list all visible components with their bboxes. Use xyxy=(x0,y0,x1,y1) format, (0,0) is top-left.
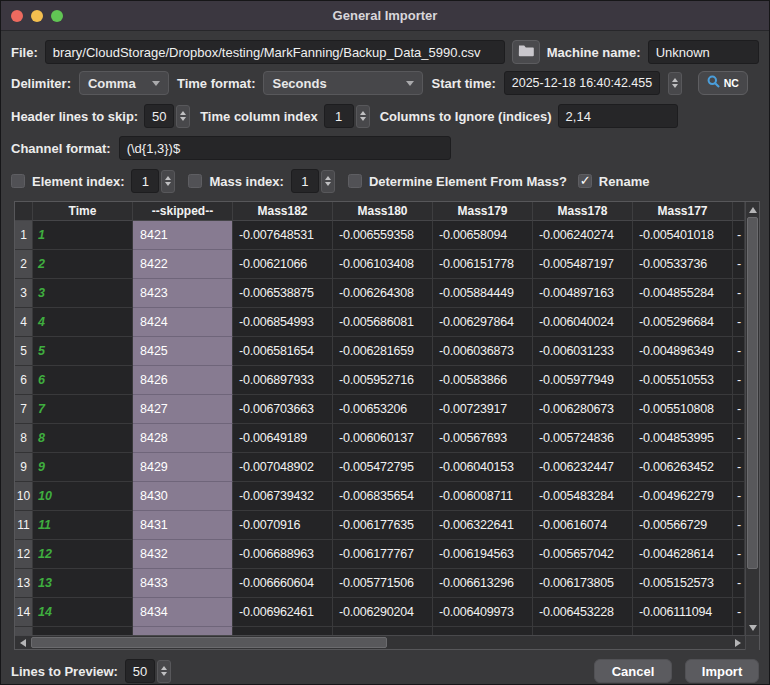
element-index-input[interactable]: 1 xyxy=(131,169,159,193)
close-window-button[interactable] xyxy=(11,10,23,22)
time-cell[interactable]: 6 xyxy=(33,366,133,395)
cancel-button[interactable]: Cancel xyxy=(594,659,672,683)
value-cell[interactable]: -0.005483284 xyxy=(533,482,633,511)
skipped-cell[interactable]: 8428 xyxy=(133,424,233,453)
value-cell[interactable]: -0.006232447 xyxy=(533,453,633,482)
channel-format-input[interactable]: (\d{1,3})$ xyxy=(119,136,451,160)
table-row[interactable]: 998429-0.007048902-0.005472795-0.0060401… xyxy=(15,453,745,482)
column-header-mass180[interactable]: Mass180 xyxy=(333,202,433,221)
header-lines-input[interactable]: 50 xyxy=(144,104,174,128)
value-cell[interactable]: -0.006173805 xyxy=(533,569,633,598)
value-cell[interactable]: -0.004896349 xyxy=(633,337,733,366)
column-header-mass177[interactable]: Mass177 xyxy=(633,202,733,221)
value-cell[interactable]: -0.005771506 xyxy=(333,569,433,598)
value-cell[interactable]: -0.006613296 xyxy=(433,569,533,598)
table-row[interactable]: 228422-0.00621066-0.006103408-0.00615177… xyxy=(15,250,745,279)
value-cell[interactable]: -0.006194563 xyxy=(433,540,533,569)
skipped-cell[interactable]: 8423 xyxy=(133,279,233,308)
row-number-cell[interactable]: 2 xyxy=(15,250,33,279)
value-cell[interactable]: -0.005296684 xyxy=(633,308,733,337)
import-button[interactable]: Import xyxy=(685,659,759,683)
ignore-columns-input[interactable]: 2,14 xyxy=(558,104,678,128)
value-cell[interactable]: -0.006854993 xyxy=(233,308,333,337)
row-number-cell[interactable]: 6 xyxy=(15,366,33,395)
machine-name-input[interactable]: Unknown xyxy=(648,40,759,64)
value-cell[interactable]: -0.006409973 xyxy=(433,598,533,627)
value-cell[interactable]: -0.005487197 xyxy=(533,250,633,279)
value-cell[interactable]: -0.006703663 xyxy=(233,395,333,424)
value-cell[interactable]: -0.006280673 xyxy=(533,395,633,424)
value-cell[interactable]: -0.006281659 xyxy=(333,337,433,366)
table-row[interactable]: 558425-0.006581654-0.006281659-0.0060368… xyxy=(15,337,745,366)
table-row[interactable]: 778427-0.006703663-0.00653206-0.00723917… xyxy=(15,395,745,424)
value-cell[interactable]: -0.005152573 xyxy=(633,569,733,598)
skipped-cell[interactable]: 8425 xyxy=(133,337,233,366)
value-cell[interactable]: -0.004897163 xyxy=(533,279,633,308)
value-cell[interactable]: -0.00723917 xyxy=(433,395,533,424)
table-row[interactable]: 13138433-0.006660604-0.005771506-0.00661… xyxy=(15,569,745,598)
vertical-scroll-track[interactable] xyxy=(746,217,759,620)
column-header-mass178[interactable]: Mass178 xyxy=(533,202,633,221)
value-cell[interactable]: -0.005686081 xyxy=(333,308,433,337)
table-row[interactable]: 888428-0.00649189-0.006060137-0.00567693… xyxy=(15,424,745,453)
table-row[interactable]: 668426-0.006897933-0.005952716-0.0058386… xyxy=(15,366,745,395)
value-cell[interactable]: -0.0070916 xyxy=(233,511,333,540)
table-row[interactable]: 11118431-0.0070916-0.006177635-0.0063226… xyxy=(15,511,745,540)
element-index-checkbox[interactable] xyxy=(11,174,25,188)
column-header-mass179[interactable]: Mass179 xyxy=(433,202,533,221)
row-number-cell[interactable]: 4 xyxy=(15,308,33,337)
mass-index-input[interactable]: 1 xyxy=(291,169,319,193)
value-cell[interactable]: -0.004853995 xyxy=(633,424,733,453)
value-cell[interactable]: -0.00566729 xyxy=(633,511,733,540)
time-cell[interactable]: 2 xyxy=(33,250,133,279)
value-cell[interactable]: -0.006177635 xyxy=(333,511,433,540)
time-cell[interactable]: 1 xyxy=(33,221,133,250)
horizontal-scroll-track[interactable] xyxy=(30,636,730,650)
value-cell[interactable]: -0.005401018 xyxy=(633,221,733,250)
vertical-scroll-thumb[interactable] xyxy=(747,217,758,569)
scroll-down-arrow[interactable] xyxy=(746,620,759,635)
vertical-scrollbar[interactable] xyxy=(745,202,759,635)
value-cell[interactable]: -0.004855284 xyxy=(633,279,733,308)
skipped-cell[interactable]: 8431 xyxy=(133,511,233,540)
mass-index-stepper[interactable] xyxy=(321,170,335,193)
start-time-input[interactable]: 2025-12-18 16:40:42.455 xyxy=(504,71,660,95)
value-cell[interactable]: -0.006297864 xyxy=(433,308,533,337)
table-row[interactable]: 14148434-0.006962461-0.006290204-0.00640… xyxy=(15,598,745,627)
value-cell[interactable]: -0.005724836 xyxy=(533,424,633,453)
table-row[interactable]: 15158435 xyxy=(15,627,745,635)
table-row[interactable]: 12128432-0.006688963-0.006177767-0.00619… xyxy=(15,540,745,569)
value-cell[interactable]: -0.00533736 xyxy=(633,250,733,279)
time-column-stepper[interactable] xyxy=(356,105,370,128)
row-number-cell[interactable]: 12 xyxy=(15,540,33,569)
table-row[interactable]: 10108430-0.006739432-0.006835654-0.00600… xyxy=(15,482,745,511)
skipped-cell[interactable]: 8427 xyxy=(133,395,233,424)
time-cell[interactable]: 15 xyxy=(33,627,133,635)
value-cell[interactable] xyxy=(233,627,333,635)
skipped-cell[interactable]: 8429 xyxy=(133,453,233,482)
value-cell[interactable]: -0.006290204 xyxy=(333,598,433,627)
skipped-cell[interactable]: 8434 xyxy=(133,598,233,627)
value-cell[interactable]: -0.005510553 xyxy=(633,366,733,395)
skipped-cell[interactable]: 8433 xyxy=(133,569,233,598)
value-cell[interactable]: -0.006559358 xyxy=(333,221,433,250)
value-cell[interactable]: -0.004962279 xyxy=(633,482,733,511)
row-number-cell[interactable]: 13 xyxy=(15,569,33,598)
row-number-cell[interactable]: 15 xyxy=(15,627,33,635)
time-cell[interactable]: 11 xyxy=(33,511,133,540)
row-number-cell[interactable]: 10 xyxy=(15,482,33,511)
row-number-cell[interactable]: 14 xyxy=(15,598,33,627)
time-cell[interactable]: 7 xyxy=(33,395,133,424)
value-cell[interactable]: -0.00621066 xyxy=(233,250,333,279)
element-index-stepper[interactable] xyxy=(161,170,175,193)
skipped-cell[interactable]: 8430 xyxy=(133,482,233,511)
scroll-up-arrow[interactable] xyxy=(746,202,759,217)
browse-file-button[interactable] xyxy=(512,40,540,64)
value-cell[interactable]: -0.00653206 xyxy=(333,395,433,424)
row-number-cell[interactable]: 3 xyxy=(15,279,33,308)
value-cell[interactable]: -0.006263452 xyxy=(633,453,733,482)
column-header-mass182[interactable]: Mass182 xyxy=(233,202,333,221)
time-cell[interactable]: 8 xyxy=(33,424,133,453)
value-cell[interactable]: -0.006177767 xyxy=(333,540,433,569)
skipped-cell[interactable]: 8424 xyxy=(133,308,233,337)
